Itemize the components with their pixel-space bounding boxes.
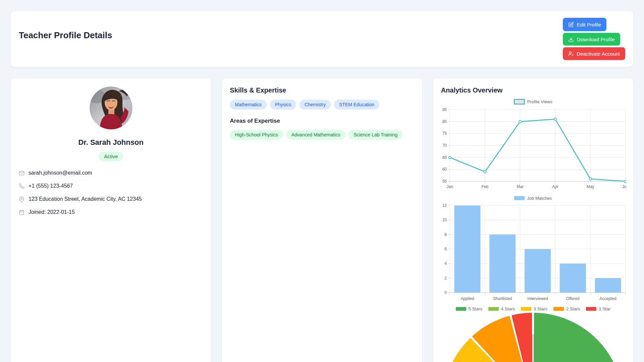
ratings-legend-item: 1 Star [586, 306, 610, 311]
download-icon [568, 37, 574, 42]
svg-text:Applied: Applied [461, 296, 474, 301]
content-grid: Dr. Sarah Johnson Active sarah.johnson@e… [11, 78, 633, 362]
svg-text:Accepted: Accepted [599, 296, 616, 301]
skill-tag: Mathematics [230, 100, 266, 110]
svg-text:2: 2 [444, 276, 447, 281]
contact-joined-row: Joined: 2022-01-15 [19, 209, 203, 215]
calendar-icon [19, 209, 24, 215]
phone-icon [19, 183, 24, 189]
svg-text:6: 6 [444, 247, 447, 251]
contact-address-row: 123 Education Street, Academic City, AC … [19, 196, 203, 202]
profile-views-chart: 55606570758085JanFebMarAprMayJun [441, 106, 626, 191]
skill-tag: Physics [270, 100, 296, 110]
email-value: sarah.johnson@email.com [29, 170, 92, 176]
header-card: Teacher Profile Details Edit Profile Dow… [11, 11, 633, 67]
avatar [90, 86, 132, 129]
ratings-legend: 5 Stars4 Stars3 Stars2 Stars1 Star [441, 306, 625, 311]
job-matches-swatch [514, 196, 525, 200]
svg-text:Mar: Mar [517, 184, 524, 189]
svg-text:Jun: Jun [622, 184, 626, 189]
ratings-swatch [553, 307, 564, 311]
ratings-legend-label: 3 Stars [534, 306, 547, 311]
svg-text:0: 0 [444, 290, 447, 295]
svg-text:80: 80 [442, 119, 447, 124]
profile-card: Dr. Sarah Johnson Active sarah.johnson@e… [11, 78, 211, 362]
svg-text:Interviewed: Interviewed [527, 296, 548, 301]
download-profile-button[interactable]: Download Profile [563, 33, 620, 46]
status-badge: Active [99, 152, 123, 161]
contact-list: sarah.johnson@email.com +1 (555) 123-456… [19, 170, 203, 215]
ratings-swatch [488, 307, 499, 311]
ratings-legend-label: 1 Star [599, 306, 610, 311]
svg-text:Feb: Feb [481, 184, 488, 189]
svg-text:85: 85 [442, 107, 447, 112]
contact-phone-row: +1 (555) 123-4567 [19, 183, 203, 189]
svg-text:4: 4 [444, 261, 447, 266]
skills-card: Skills & Expertise MathematicsPhysicsChe… [222, 78, 422, 362]
skill-tag: STEM Education [334, 100, 379, 110]
ratings-swatch [521, 307, 531, 311]
svg-text:55: 55 [442, 179, 447, 184]
edit-icon [568, 22, 574, 27]
svg-text:12: 12 [442, 203, 447, 208]
skill-tag: Chemistry [300, 100, 331, 110]
ratings-swatch [586, 307, 596, 311]
address-value: 123 Education Street, Academic City, AC … [29, 196, 142, 202]
page-title: Teacher Profile Details [19, 30, 112, 41]
ratings-legend-item: 3 Stars [521, 306, 547, 311]
ratings-legend-item: 2 Stars [553, 306, 580, 311]
svg-text:70: 70 [442, 143, 447, 148]
expertise-tag: Advanced Mathematics [286, 130, 345, 140]
ratings-legend-item: 4 Stars [488, 306, 515, 311]
ratings-legend-label: 5 Stars [469, 306, 482, 311]
header-actions: Edit Profile Download Profile Deactivate… [563, 18, 625, 60]
skills-title: Skills & Expertise [230, 86, 414, 94]
phone-value: +1 (555) 123-4567 [29, 183, 73, 189]
profile-views-legend: Profile Views [441, 99, 625, 104]
ratings-legend-item: 5 Stars [456, 306, 482, 311]
job-matches-chart: 024681012AppliedShortlistedInterviewedOf… [441, 203, 626, 302]
svg-text:Jan: Jan [446, 184, 453, 189]
download-profile-label: Download Profile [577, 37, 615, 42]
profile-views-legend-label: Profile Views [527, 99, 552, 104]
skill-tags: MathematicsPhysicsChemistrySTEM Educatio… [230, 100, 414, 110]
page: Teacher Profile Details Edit Profile Dow… [0, 0, 644, 362]
expertise-tag: High-School Physics [230, 130, 283, 140]
edit-profile-button[interactable]: Edit Profile [563, 18, 607, 31]
svg-text:Shortlisted: Shortlisted [493, 296, 512, 301]
expertise-title: Areas of Expertise [230, 118, 414, 124]
svg-text:8: 8 [444, 232, 447, 237]
svg-text:Offered: Offered [566, 296, 580, 301]
map-pin-icon [19, 196, 24, 202]
job-matches-legend: Job Matches [441, 195, 625, 201]
edit-profile-label: Edit Profile [577, 22, 601, 27]
ratings-legend-label: 4 Stars [501, 306, 515, 311]
svg-text:75: 75 [442, 131, 447, 136]
svg-text:60: 60 [442, 167, 447, 172]
analytics-card: Analytics Overview Profile Views 5560657… [433, 78, 633, 362]
mail-icon [19, 170, 24, 176]
job-matches-legend-label: Job Matches [527, 196, 552, 201]
svg-text:65: 65 [442, 155, 447, 160]
expertise-tags: High-School PhysicsAdvanced MathematicsS… [230, 130, 414, 140]
svg-text:Apr: Apr [552, 184, 558, 189]
contact-email-row: sarah.johnson@email.com [19, 170, 203, 176]
deactivate-account-label: Deactivate Account [577, 51, 620, 57]
deactivate-account-button[interactable]: Deactivate Account [563, 47, 625, 60]
ratings-pie-chart [443, 313, 623, 362]
analytics-title: Analytics Overview [441, 86, 625, 94]
svg-text:10: 10 [442, 218, 447, 222]
user-x-icon [568, 51, 574, 57]
profile-views-swatch [514, 99, 525, 105]
expertise-tag: Science Lab Training [348, 130, 402, 140]
svg-text:May: May [587, 184, 594, 189]
ratings-legend-label: 2 Stars [566, 306, 580, 311]
joined-value: Joined: 2022-01-15 [29, 209, 75, 215]
ratings-swatch [456, 307, 466, 311]
profile-name: Dr. Sarah Johnson [19, 138, 203, 147]
